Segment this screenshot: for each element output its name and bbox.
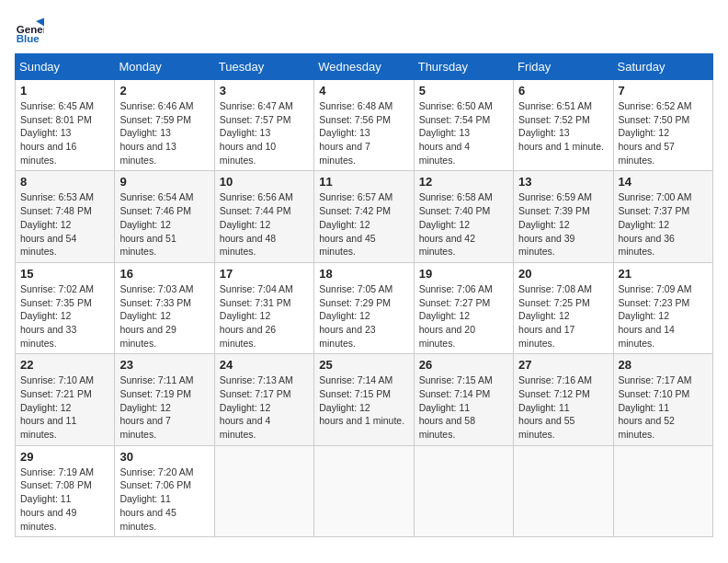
day-info: Sunrise: 6:47 AM Sunset: 7:57 PM Dayligh… <box>220 99 309 167</box>
day-info: Sunrise: 7:20 AM Sunset: 7:06 PM Dayligh… <box>119 465 209 533</box>
day-info: Sunrise: 7:15 AM Sunset: 7:14 PM Dayligh… <box>419 373 508 441</box>
calendar-header-row: SundayMondayTuesdayWednesdayThursdayFrid… <box>16 54 713 80</box>
calendar-day-cell: 22 Sunrise: 7:10 AM Sunset: 7:21 PM Dayl… <box>16 354 115 445</box>
day-info: Sunrise: 7:17 AM Sunset: 7:10 PM Dayligh… <box>619 373 708 441</box>
logo: General Blue <box>15 15 48 44</box>
day-info: Sunrise: 7:13 AM Sunset: 7:17 PM Dayligh… <box>220 373 309 441</box>
calendar-week-row: 1 Sunrise: 6:45 AM Sunset: 8:01 PM Dayli… <box>16 80 713 171</box>
calendar-day-cell: 19 Sunrise: 7:06 AM Sunset: 7:27 PM Dayl… <box>414 262 513 353</box>
day-number: 16 <box>119 267 209 281</box>
day-number: 3 <box>220 84 309 98</box>
calendar-day-cell: 8 Sunrise: 6:53 AM Sunset: 7:48 PM Dayli… <box>16 171 115 262</box>
calendar-day-cell: 11 Sunrise: 6:57 AM Sunset: 7:42 PM Dayl… <box>314 171 414 262</box>
day-info: Sunrise: 7:08 AM Sunset: 7:25 PM Dayligh… <box>518 282 608 350</box>
calendar-day-cell: 7 Sunrise: 6:52 AM Sunset: 7:50 PM Dayli… <box>613 80 712 171</box>
day-number: 30 <box>119 450 209 464</box>
day-number: 17 <box>220 267 309 281</box>
day-info: Sunrise: 7:05 AM Sunset: 7:29 PM Dayligh… <box>319 282 408 350</box>
calendar-day-cell: 27 Sunrise: 7:16 AM Sunset: 7:12 PM Dayl… <box>514 354 613 445</box>
calendar-week-row: 15 Sunrise: 7:02 AM Sunset: 7:35 PM Dayl… <box>16 262 713 353</box>
day-number: 10 <box>220 175 309 189</box>
day-number: 26 <box>419 358 508 372</box>
calendar-table: SundayMondayTuesdayWednesdayThursdayFrid… <box>15 53 713 537</box>
day-number: 8 <box>20 175 109 189</box>
day-info: Sunrise: 6:59 AM Sunset: 7:39 PM Dayligh… <box>518 190 608 258</box>
day-number: 29 <box>20 450 109 464</box>
calendar-day-cell: 16 Sunrise: 7:03 AM Sunset: 7:33 PM Dayl… <box>115 262 214 353</box>
calendar-day-cell: 4 Sunrise: 6:48 AM Sunset: 7:56 PM Dayli… <box>314 80 414 171</box>
day-info: Sunrise: 6:53 AM Sunset: 7:48 PM Dayligh… <box>20 190 109 258</box>
day-number: 9 <box>119 175 209 189</box>
day-number: 20 <box>518 267 608 281</box>
calendar-day-cell: 25 Sunrise: 7:14 AM Sunset: 7:15 PM Dayl… <box>314 354 414 445</box>
calendar-day-cell: 26 Sunrise: 7:15 AM Sunset: 7:14 PM Dayl… <box>414 354 513 445</box>
weekday-header: Tuesday <box>214 54 313 80</box>
day-info: Sunrise: 7:06 AM Sunset: 7:27 PM Dayligh… <box>419 282 508 350</box>
calendar-day-cell: 24 Sunrise: 7:13 AM Sunset: 7:17 PM Dayl… <box>214 354 313 445</box>
day-number: 22 <box>20 358 109 372</box>
calendar-day-cell <box>514 445 613 536</box>
calendar-day-cell: 30 Sunrise: 7:20 AM Sunset: 7:06 PM Dayl… <box>115 445 214 536</box>
calendar-day-cell <box>214 445 313 536</box>
calendar-day-cell: 18 Sunrise: 7:05 AM Sunset: 7:29 PM Dayl… <box>314 262 414 353</box>
day-number: 21 <box>619 267 708 281</box>
day-number: 12 <box>419 175 508 189</box>
day-number: 1 <box>20 84 109 98</box>
day-info: Sunrise: 7:09 AM Sunset: 7:23 PM Dayligh… <box>619 282 708 350</box>
calendar-day-cell: 20 Sunrise: 7:08 AM Sunset: 7:25 PM Dayl… <box>514 262 613 353</box>
day-info: Sunrise: 7:16 AM Sunset: 7:12 PM Dayligh… <box>518 373 608 441</box>
day-number: 4 <box>319 84 408 98</box>
day-number: 14 <box>619 175 708 189</box>
day-number: 7 <box>619 84 708 98</box>
day-number: 24 <box>220 358 309 372</box>
day-info: Sunrise: 6:45 AM Sunset: 8:01 PM Dayligh… <box>20 99 109 167</box>
page-header: General Blue <box>15 15 713 44</box>
calendar-day-cell: 13 Sunrise: 6:59 AM Sunset: 7:39 PM Dayl… <box>514 171 613 262</box>
day-info: Sunrise: 6:57 AM Sunset: 7:42 PM Dayligh… <box>319 190 408 258</box>
calendar-day-cell: 28 Sunrise: 7:17 AM Sunset: 7:10 PM Dayl… <box>613 354 712 445</box>
day-info: Sunrise: 7:04 AM Sunset: 7:31 PM Dayligh… <box>220 282 309 350</box>
day-info: Sunrise: 6:56 AM Sunset: 7:44 PM Dayligh… <box>220 190 309 258</box>
day-number: 13 <box>518 175 608 189</box>
day-info: Sunrise: 6:48 AM Sunset: 7:56 PM Dayligh… <box>319 99 408 167</box>
day-info: Sunrise: 6:52 AM Sunset: 7:50 PM Dayligh… <box>619 99 708 167</box>
weekday-header: Thursday <box>414 54 513 80</box>
day-info: Sunrise: 7:11 AM Sunset: 7:19 PM Dayligh… <box>119 373 209 441</box>
calendar-day-cell: 14 Sunrise: 7:00 AM Sunset: 7:37 PM Dayl… <box>613 171 712 262</box>
day-number: 5 <box>419 84 508 98</box>
weekday-header: Friday <box>514 54 613 80</box>
weekday-header: Saturday <box>613 54 712 80</box>
weekday-header: Sunday <box>16 54 115 80</box>
day-number: 18 <box>319 267 408 281</box>
day-number: 25 <box>319 358 408 372</box>
calendar-week-row: 22 Sunrise: 7:10 AM Sunset: 7:21 PM Dayl… <box>16 354 713 445</box>
svg-text:Blue: Blue <box>17 33 40 44</box>
calendar-day-cell: 12 Sunrise: 6:58 AM Sunset: 7:40 PM Dayl… <box>414 171 513 262</box>
day-number: 28 <box>619 358 708 372</box>
day-number: 11 <box>319 175 408 189</box>
calendar-week-row: 29 Sunrise: 7:19 AM Sunset: 7:08 PM Dayl… <box>16 445 713 536</box>
calendar-day-cell: 10 Sunrise: 6:56 AM Sunset: 7:44 PM Dayl… <box>214 171 313 262</box>
calendar-day-cell: 23 Sunrise: 7:11 AM Sunset: 7:19 PM Dayl… <box>115 354 214 445</box>
weekday-header: Wednesday <box>314 54 414 80</box>
day-info: Sunrise: 6:46 AM Sunset: 7:59 PM Dayligh… <box>119 99 209 167</box>
day-number: 15 <box>20 267 109 281</box>
day-number: 19 <box>419 267 508 281</box>
calendar-day-cell: 5 Sunrise: 6:50 AM Sunset: 7:54 PM Dayli… <box>414 80 513 171</box>
day-info: Sunrise: 7:10 AM Sunset: 7:21 PM Dayligh… <box>20 373 109 441</box>
calendar-day-cell: 29 Sunrise: 7:19 AM Sunset: 7:08 PM Dayl… <box>16 445 115 536</box>
day-info: Sunrise: 7:02 AM Sunset: 7:35 PM Dayligh… <box>20 282 109 350</box>
calendar-week-row: 8 Sunrise: 6:53 AM Sunset: 7:48 PM Dayli… <box>16 171 713 262</box>
day-info: Sunrise: 7:00 AM Sunset: 7:37 PM Dayligh… <box>619 190 708 258</box>
day-number: 23 <box>119 358 209 372</box>
calendar-day-cell <box>314 445 414 536</box>
calendar-day-cell <box>414 445 513 536</box>
day-info: Sunrise: 7:19 AM Sunset: 7:08 PM Dayligh… <box>20 465 109 533</box>
day-number: 2 <box>119 84 209 98</box>
day-info: Sunrise: 6:54 AM Sunset: 7:46 PM Dayligh… <box>119 190 209 258</box>
calendar-day-cell <box>613 445 712 536</box>
calendar-day-cell: 21 Sunrise: 7:09 AM Sunset: 7:23 PM Dayl… <box>613 262 712 353</box>
day-info: Sunrise: 6:50 AM Sunset: 7:54 PM Dayligh… <box>419 99 508 167</box>
calendar-day-cell: 3 Sunrise: 6:47 AM Sunset: 7:57 PM Dayli… <box>214 80 313 171</box>
calendar-day-cell: 9 Sunrise: 6:54 AM Sunset: 7:46 PM Dayli… <box>115 171 214 262</box>
